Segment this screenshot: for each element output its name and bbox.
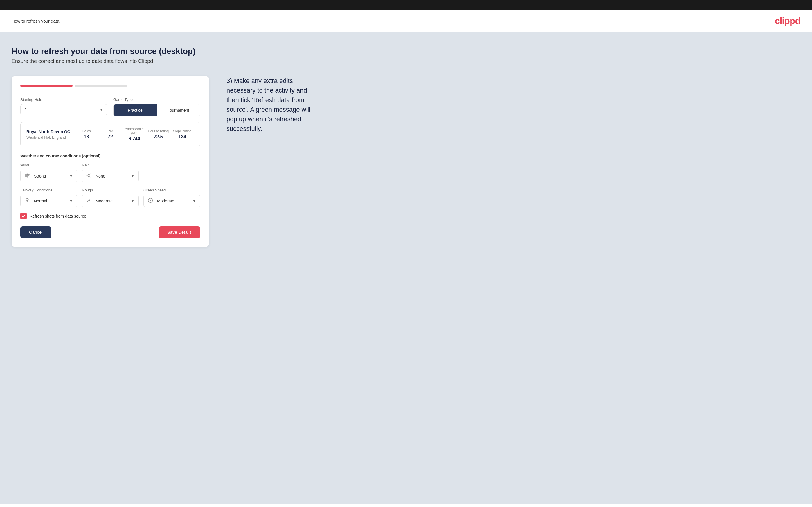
green-speed-icon [148, 198, 153, 204]
conditions-section-title: Weather and course conditions (optional) [20, 154, 200, 158]
button-row: Cancel Save Details [20, 226, 200, 238]
refresh-checkbox-label: Refresh shots from data source [30, 214, 86, 218]
rain-select[interactable]: None ▼ [82, 170, 139, 182]
wind-group: Wind Strong ▼ [20, 163, 77, 182]
course-name-area: Royal North Devon GC, Westward Hol, Engl… [27, 129, 74, 139]
tab-indicator-inactive [75, 85, 127, 87]
rough-select[interactable]: Moderate ▼ [82, 194, 139, 207]
wind-label: Wind [20, 163, 77, 167]
par-label: Par [98, 129, 122, 133]
green-speed-group: Green Speed Moderate ▼ [143, 188, 200, 207]
main-content: How to refresh your data from source (de… [0, 32, 812, 504]
chevron-down-icon: ▼ [100, 108, 103, 112]
conditions-row-2: Fairway Conditions Normal ▼ Rough [20, 188, 200, 207]
course-name: Royal North Devon GC, [27, 129, 74, 134]
svg-line-4 [90, 177, 91, 177]
form-row-top: Starting Hole 1 ▼ Game Type Practice Tou… [20, 98, 200, 116]
holes-value: 18 [74, 134, 98, 139]
starting-hole-value: 1 [25, 107, 100, 112]
refresh-checkbox-row: Refresh shots from data source [20, 213, 200, 219]
rough-icon [86, 198, 92, 204]
rough-group: Rough Moderate ▼ [82, 188, 139, 207]
instruction-text: 3) Make any extra edits necessary to the… [226, 76, 319, 133]
tournament-button[interactable]: Tournament [157, 104, 200, 116]
course-info-box: Royal North Devon GC, Westward Hol, Engl… [20, 122, 200, 147]
fairway-label: Fairway Conditions [20, 188, 77, 192]
course-stat-holes: Holes 18 [74, 129, 98, 139]
wind-select[interactable]: Strong ▼ [20, 170, 77, 182]
starting-hole-select[interactable]: 1 ▼ [20, 104, 107, 115]
header: How to refresh your data clippd [0, 10, 812, 32]
rough-value: Moderate [96, 199, 129, 203]
tab-indicator-active [20, 85, 72, 87]
rain-icon [86, 173, 92, 179]
form-top-tabs [20, 85, 200, 90]
course-stat-course-rating: Course rating 72.5 [146, 129, 170, 139]
game-type-label: Game Type [113, 98, 200, 102]
course-rating-label: Course rating [146, 129, 170, 133]
green-speed-label: Green Speed [143, 188, 200, 192]
form-card: Starting Hole 1 ▼ Game Type Practice Tou… [12, 76, 209, 247]
svg-point-9 [26, 199, 29, 201]
yards-value: 6,744 [122, 136, 146, 142]
green-speed-value: Moderate [157, 199, 190, 203]
slope-rating-label: Slope rating [170, 129, 194, 133]
starting-hole-label: Starting Hole [20, 98, 107, 102]
svg-line-8 [90, 174, 91, 174]
footer: Copyright Clippd 2022 [0, 504, 812, 507]
placeholder-group [143, 163, 200, 182]
save-button[interactable]: Save Details [158, 226, 200, 238]
wind-chevron-icon: ▼ [69, 174, 73, 178]
wind-value: Strong [34, 174, 67, 178]
logo: clippd [775, 16, 800, 26]
fairway-chevron-icon: ▼ [69, 199, 73, 203]
green-speed-chevron-icon: ▼ [193, 199, 196, 203]
conditions-row-1: Wind Strong ▼ Rain N [20, 163, 200, 182]
rain-group: Rain None ▼ [82, 163, 139, 182]
rough-label: Rough [82, 188, 139, 192]
game-type-toggle: Practice Tournament [113, 104, 200, 116]
holes-label: Holes [74, 129, 98, 133]
yards-label: Yards/White (M)) [122, 127, 146, 135]
page-title: How to refresh your data from source (de… [12, 47, 800, 56]
rough-chevron-icon: ▼ [131, 199, 135, 203]
content-area: Starting Hole 1 ▼ Game Type Practice Tou… [12, 76, 800, 247]
rain-chevron-icon: ▼ [131, 174, 135, 178]
page-subtitle: Ensure the correct and most up to date d… [12, 58, 800, 64]
green-speed-select[interactable]: Moderate ▼ [143, 194, 200, 207]
fairway-group: Fairway Conditions Normal ▼ [20, 188, 77, 207]
course-stat-yards: Yards/White (M)) 6,744 [122, 127, 146, 142]
course-location: Westward Hol, England [27, 135, 74, 139]
course-stat-slope-rating: Slope rating 134 [170, 129, 194, 139]
fairway-select[interactable]: Normal ▼ [20, 194, 77, 207]
cancel-button[interactable]: Cancel [20, 226, 51, 238]
refresh-checkbox[interactable] [20, 213, 27, 219]
game-type-group: Game Type Practice Tournament [113, 98, 200, 116]
top-bar [0, 0, 812, 10]
starting-hole-group: Starting Hole 1 ▼ [20, 98, 107, 116]
breadcrumb: How to refresh your data [12, 18, 59, 23]
svg-point-0 [88, 174, 90, 177]
fairway-icon [25, 198, 30, 204]
par-value: 72 [98, 134, 122, 139]
fairway-value: Normal [34, 199, 67, 203]
instruction-panel: 3) Make any extra edits necessary to the… [226, 76, 319, 133]
wind-icon [25, 173, 30, 179]
slope-rating-value: 134 [170, 134, 194, 139]
course-stat-par: Par 72 [98, 129, 122, 139]
course-rating-value: 72.5 [146, 134, 170, 139]
rain-value: None [96, 174, 129, 178]
practice-button[interactable]: Practice [113, 104, 157, 116]
rain-label: Rain [82, 163, 139, 167]
